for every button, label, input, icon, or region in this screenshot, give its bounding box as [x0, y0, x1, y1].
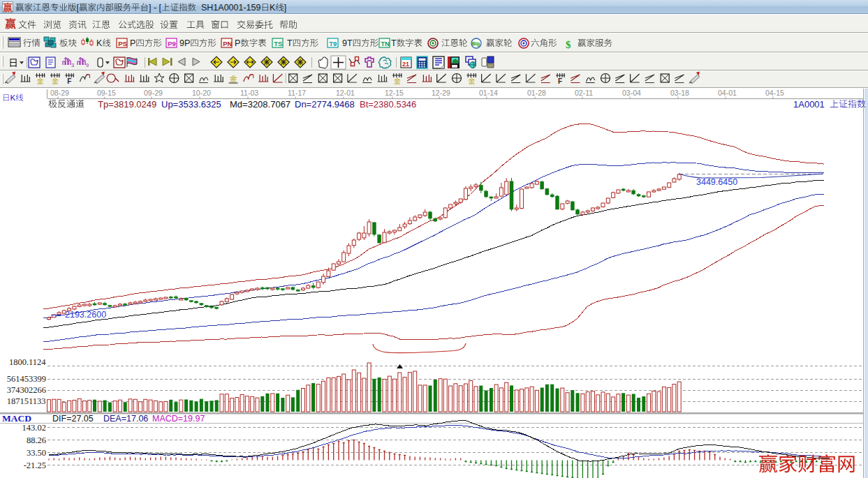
svg-text:33.50: 33.50 — [27, 448, 46, 458]
svg-text:-21.25: -21.25 — [24, 461, 46, 470]
svg-text:10-20: 10-20 — [192, 89, 211, 97]
svg-text:2193.2600: 2193.2600 — [65, 310, 106, 320]
svg-text:K: K — [270, 3, 276, 13]
svg-text:DIF=27.05: DIF=27.05 — [52, 414, 94, 424]
svg-text:374302266: 374302266 — [7, 385, 46, 395]
svg-text:04-01: 04-01 — [718, 89, 737, 97]
svg-text:88.26: 88.26 — [27, 435, 46, 445]
svg-text:K: K — [96, 38, 103, 48]
svg-text:09-15: 09-15 — [97, 89, 116, 97]
svg-text:187151133: 187151133 — [7, 396, 46, 406]
svg-text:Md=3208.7067: Md=3208.7067 — [230, 99, 290, 110]
svg-text:08-29: 08-29 — [50, 89, 69, 97]
svg-text:02-11: 02-11 — [575, 89, 593, 97]
svg-text:04-15: 04-15 — [765, 89, 784, 97]
svg-text:561453399: 561453399 — [7, 374, 46, 384]
svg-text:K: K — [10, 94, 16, 102]
svg-text:143.02: 143.02 — [22, 423, 46, 433]
svg-text:P: P — [235, 38, 240, 48]
svg-text:] - [: ] - [ — [149, 3, 162, 13]
svg-text:T: T — [287, 38, 293, 48]
svg-text:12-15: 12-15 — [385, 89, 404, 97]
svg-text:MACD=19.97: MACD=19.97 — [152, 414, 205, 424]
svg-text:SH1A0001-159: SH1A0001-159 — [201, 3, 261, 13]
svg-text:DEA=17.06: DEA=17.06 — [103, 414, 148, 424]
svg-text:01-28: 01-28 — [527, 89, 546, 97]
svg-text:12-01: 12-01 — [336, 89, 355, 97]
svg-text:01-14: 01-14 — [479, 89, 498, 97]
svg-text:[: [ — [77, 3, 80, 13]
svg-text:9T: 9T — [342, 38, 353, 48]
svg-text:]: ] — [284, 3, 286, 13]
svg-text:12-29: 12-29 — [432, 89, 450, 97]
svg-text:09-29: 09-29 — [144, 89, 163, 97]
svg-text:9P: 9P — [179, 38, 190, 48]
svg-text:MACD: MACD — [2, 413, 31, 424]
svg-text:T: T — [391, 38, 397, 48]
svg-text:Up=3533.6325: Up=3533.6325 — [161, 99, 221, 110]
svg-text:1800.1124: 1800.1124 — [9, 357, 46, 367]
svg-text:Tp=3819.0249: Tp=3819.0249 — [98, 99, 156, 110]
svg-text:Bt=2380.5346: Bt=2380.5346 — [360, 99, 416, 110]
svg-text:1A0001: 1A0001 — [793, 99, 825, 110]
svg-text:03-04: 03-04 — [622, 89, 641, 97]
svg-text:11-17: 11-17 — [288, 89, 306, 97]
svg-text:3449.6450: 3449.6450 — [696, 177, 737, 187]
svg-text:P: P — [130, 38, 135, 48]
svg-text:03-18: 03-18 — [670, 89, 689, 97]
svg-text:11-03: 11-03 — [240, 89, 258, 97]
svg-text:Dn=2774.9468: Dn=2774.9468 — [295, 99, 355, 110]
